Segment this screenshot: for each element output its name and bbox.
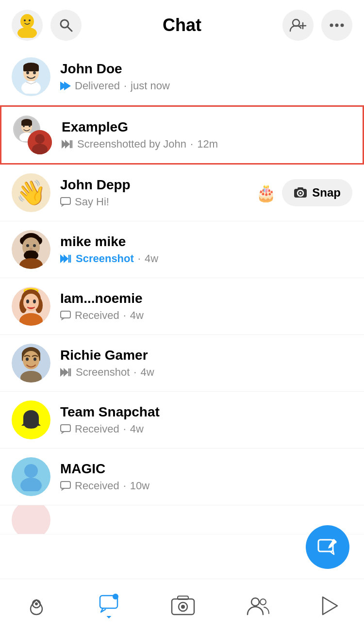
nav-item-friends[interactable] [247, 595, 270, 616]
status-text: Received [75, 480, 119, 492]
chat-bubble-icon [60, 481, 71, 491]
avatar-john-doe [12, 57, 50, 96]
chat-item-john-depp[interactable]: 👋 John Depp Say Hi! 🎂 [0, 165, 364, 221]
svg-point-47 [26, 244, 29, 247]
svg-point-48 [33, 244, 36, 247]
chat-name: Richie Gamer [60, 348, 352, 363]
chat-item-magic[interactable]: MAGIC Received · 10w [0, 449, 364, 505]
chat-status: Received · 10w [60, 480, 352, 492]
chat-content-john-depp: John Depp Say Hi! [60, 177, 256, 208]
chat-name: Team Snapchat [60, 404, 352, 420]
bottom-nav [0, 579, 364, 632]
separator: · [138, 252, 141, 265]
svg-point-78 [24, 464, 38, 478]
avatar-john-depp: 👋 [12, 173, 50, 212]
status-text: Screenshot [76, 252, 134, 265]
play-icon [321, 595, 338, 616]
chat-item-team-snapchat[interactable]: Team Snapchat Received · 4w [0, 392, 364, 449]
time-text: just now [131, 80, 170, 92]
nav-item-spotlight[interactable] [321, 595, 338, 616]
separator: · [124, 80, 127, 92]
chat-name: MAGIC [60, 461, 352, 477]
svg-rect-40 [298, 187, 303, 189]
active-indicator [106, 616, 111, 618]
chat-item-example-g[interactable]: ExampleG Screenshotted by John · 12m [0, 105, 364, 165]
svg-point-30 [35, 134, 45, 144]
header-right [282, 10, 352, 41]
avatar-richie-gamer [12, 344, 50, 383]
user-avatar[interactable] [12, 10, 43, 41]
svg-point-70 [26, 358, 29, 361]
svg-point-27 [29, 125, 31, 127]
status-text: Screenshot [76, 366, 130, 379]
time-text: 4w [130, 309, 144, 322]
chat-status: Received · 4w [60, 309, 352, 322]
screenshot-icon [60, 254, 72, 263]
chat-item-richie-gamer[interactable]: Richie Gamer Screenshot · 4w [0, 335, 364, 392]
chat-bubble-icon [60, 197, 71, 207]
separator: · [123, 309, 126, 322]
svg-marker-74 [64, 368, 68, 377]
svg-rect-64 [61, 311, 70, 318]
chat-content-iam-noemie: Iam...noemie Received · 4w [60, 291, 352, 322]
header: Chat [0, 0, 364, 49]
time-text: 10w [130, 480, 149, 492]
svg-marker-91 [323, 597, 337, 615]
snap-button-label: Snap [312, 186, 341, 200]
svg-rect-25 [21, 122, 32, 126]
svg-point-17 [26, 71, 29, 74]
group-avatar-2 [28, 130, 52, 154]
avatar-example-g [13, 116, 52, 154]
chat-name: mike mike [60, 234, 352, 249]
avatar-partial [12, 505, 50, 534]
time-text: 4w [140, 366, 154, 379]
chat-content-richie-gamer: Richie Gamer Screenshot · 4w [60, 348, 352, 379]
more-options-button[interactable] [321, 10, 352, 41]
svg-point-62 [33, 299, 36, 303]
add-friend-button[interactable] [282, 10, 314, 41]
time-text: 12m [197, 138, 218, 150]
svg-point-83 [35, 602, 38, 605]
svg-rect-80 [61, 482, 70, 488]
nav-item-chat[interactable] [98, 593, 119, 618]
svg-rect-77 [61, 425, 70, 432]
time-text: 4w [130, 423, 144, 435]
chat-bubble-icon [60, 424, 71, 434]
svg-point-1 [17, 27, 37, 38]
svg-point-90 [260, 599, 266, 605]
svg-point-18 [33, 71, 36, 74]
search-button[interactable] [50, 10, 82, 41]
svg-point-11 [335, 24, 339, 27]
chat-item-mike-mike[interactable]: mike mike Screenshot · 4w [0, 221, 364, 278]
svg-marker-33 [65, 140, 70, 149]
chat-item-partial[interactable] [0, 505, 364, 534]
chat-item-iam-noemie[interactable]: Iam...noemie Received · 4w [0, 278, 364, 335]
avatar-mike-mike [12, 230, 50, 269]
svg-point-79 [20, 478, 42, 491]
avatar-magic [12, 457, 50, 496]
chat-name: John Doe [60, 61, 352, 77]
nav-item-camera[interactable] [171, 595, 195, 616]
svg-line-6 [67, 27, 72, 31]
chat-name: ExampleG [62, 119, 351, 135]
chat-list: John Doe Delivered · just now [0, 49, 364, 534]
chat-name: John Depp [60, 177, 256, 193]
svg-point-3 [24, 19, 26, 21]
svg-point-87 [181, 605, 185, 609]
header-left [12, 10, 82, 41]
map-icon [26, 595, 47, 616]
nav-item-map[interactable] [26, 595, 47, 616]
screenshot-icon [60, 368, 72, 377]
avatar-team-snapchat [12, 400, 50, 439]
chat-status: Say Hi! [60, 196, 256, 208]
chat-content-john-doe: John Doe Delivered · just now [60, 61, 352, 92]
snap-button[interactable]: Snap [282, 179, 352, 206]
chat-item-john-doe[interactable]: John Doe Delivered · just now [0, 49, 364, 105]
wave-emoji: 👋 [16, 173, 46, 212]
svg-point-2 [22, 17, 32, 26]
svg-point-89 [251, 598, 259, 606]
new-chat-fab[interactable] [306, 525, 349, 569]
chat-status: Received · 4w [60, 423, 352, 435]
chat-status: Screenshot · 4w [60, 252, 352, 265]
status-text: Say Hi! [75, 196, 109, 208]
